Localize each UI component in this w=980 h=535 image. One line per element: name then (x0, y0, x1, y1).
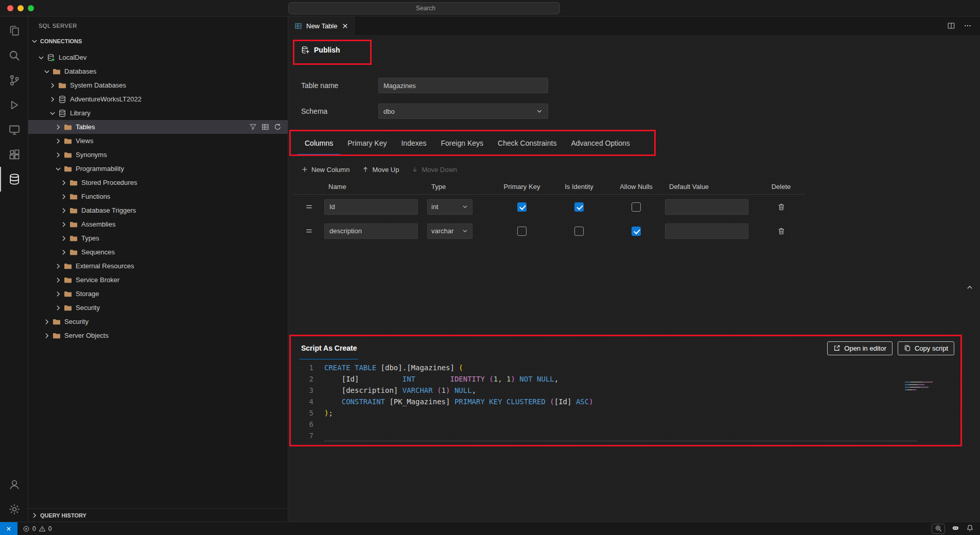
tree-item-programmability[interactable]: Programmability (28, 162, 288, 176)
close-tab-icon[interactable] (341, 22, 349, 30)
tree-item-service-broker[interactable]: Service Broker (28, 273, 288, 287)
designer-tab-indexes[interactable]: Indexes (394, 132, 433, 155)
tree-item-functions[interactable]: Functions (28, 189, 288, 203)
publish-button[interactable]: Publish (301, 42, 340, 58)
tree-item-security[interactable]: Security (28, 301, 288, 315)
tree-item-types[interactable]: Types (28, 231, 288, 245)
remote-indicator[interactable] (0, 522, 18, 535)
drag-handle-icon[interactable] (293, 203, 324, 211)
tree-item-database-triggers[interactable]: Database Triggers (28, 203, 288, 217)
move-up-button[interactable]: Move Up (362, 166, 399, 174)
folder-icon (69, 234, 78, 243)
arrow-up-icon (362, 166, 369, 173)
folder-icon (52, 332, 61, 340)
activity-item-run-debug[interactable] (0, 93, 28, 117)
copilot-statusbar-button[interactable] (952, 524, 959, 533)
copy-script-button[interactable]: Copy script (898, 341, 954, 355)
folder-icon (69, 193, 78, 201)
column-type-select[interactable]: int (427, 199, 472, 215)
folder-icon (64, 304, 73, 312)
chevron-down-icon (462, 203, 468, 210)
delete-column-button[interactable] (757, 227, 806, 235)
editor-more-actions-icon[interactable] (964, 22, 972, 30)
chevron-down-icon (48, 109, 57, 117)
code-line: 3 [description] VARCHAR (1) NULL, (291, 385, 961, 396)
problems-indicator[interactable]: 0 0 (18, 525, 57, 532)
tree-item-label: Storage (76, 290, 99, 298)
schema-select[interactable]: dbo (378, 103, 548, 119)
global-search-box[interactable]: Search (288, 2, 560, 14)
drag-handle-icon[interactable] (293, 227, 324, 235)
activity-item-sql-server[interactable] (0, 167, 28, 192)
script-as-create-tab[interactable]: Script As Create (300, 337, 358, 359)
activity-item-search[interactable] (0, 43, 28, 68)
open-in-editor-button[interactable]: Open in editor (827, 341, 892, 355)
copilot-icon (952, 524, 959, 532)
tree-item-security[interactable]: Security (28, 315, 288, 329)
explorer-icon (8, 25, 21, 37)
folder-icon (64, 151, 73, 159)
column-row-id: int (293, 195, 806, 219)
tree-item-localdev[interactable]: LocalDev (28, 50, 288, 64)
split-editor-icon[interactable] (947, 22, 955, 30)
bell-statusbar-button[interactable] (966, 524, 974, 533)
activity-item-account[interactable] (0, 472, 28, 497)
chevron-right-icon (30, 511, 39, 520)
connections-section-header[interactable]: CONNECTIONS (28, 35, 288, 47)
query-history-section-header[interactable]: QUERY HISTORY (28, 508, 288, 522)
designer-tab-check-constraints[interactable]: Check Constraints (491, 132, 564, 155)
tree-item-views[interactable]: Views (28, 134, 288, 148)
table-name-input[interactable] (378, 78, 548, 93)
script-code-editor[interactable]: 1 CREATE TABLE [dbo].[Magazines] ( 2 [Id… (291, 359, 961, 441)
tree-item-label: Databases (64, 67, 96, 75)
is-identity-checkbox[interactable] (574, 202, 584, 212)
close-window-button[interactable] (7, 5, 13, 11)
tree-item-tables[interactable]: Tables (28, 120, 288, 134)
move-down-button[interactable]: Move Down (411, 166, 457, 174)
designer-tab-foreign-keys[interactable]: Foreign Keys (434, 132, 491, 155)
tree-item-assemblies[interactable]: Assemblies (28, 217, 288, 231)
maximize-window-button[interactable] (28, 5, 34, 11)
column-name-input[interactable] (324, 199, 418, 215)
column-type-select[interactable]: varchar (427, 223, 472, 239)
statusbar-right (932, 524, 980, 534)
activity-item-remote-explorer[interactable] (0, 117, 28, 142)
zoom-indicator[interactable] (932, 524, 945, 534)
tree-item-system-databases[interactable]: System Databases (28, 78, 288, 92)
tree-item-databases[interactable]: Databases (28, 64, 288, 78)
tree-item-synonyms[interactable]: Synonyms (28, 148, 288, 162)
primary-key-checkbox[interactable] (517, 227, 527, 236)
activity-item-explorer[interactable] (0, 19, 28, 43)
primary-key-checkbox[interactable] (517, 202, 527, 212)
allow-nulls-checkbox[interactable] (632, 202, 641, 212)
minimize-window-button[interactable] (18, 5, 24, 11)
tree-item-storage[interactable]: Storage (28, 287, 288, 301)
activity-item-extensions[interactable] (0, 142, 28, 167)
chevron-right-icon (54, 262, 62, 270)
activity-bar (0, 16, 28, 522)
tree-item-label: Tables (76, 123, 95, 131)
is-identity-checkbox[interactable] (574, 227, 584, 236)
designer-tab-columns[interactable]: Columns (297, 132, 340, 155)
default-value-input[interactable] (665, 223, 748, 239)
connections-tree: LocalDev Databases System Databases Adve… (28, 47, 288, 508)
tree-item-stored-procedures[interactable]: Stored Procedures (28, 176, 288, 189)
tree-item-sequences[interactable]: Sequences (28, 245, 288, 259)
activity-item-settings-gear[interactable] (0, 497, 28, 522)
tree-item-external-resources[interactable]: External Resources (28, 259, 288, 273)
error-count: 0 (32, 525, 36, 532)
designer-tab-primary-key[interactable]: Primary Key (340, 132, 394, 155)
tree-item-library[interactable]: Library (28, 106, 288, 120)
scroll-up-chevron-icon[interactable] (966, 283, 974, 291)
delete-column-button[interactable] (757, 203, 806, 211)
new-column-button[interactable]: New Column (301, 166, 349, 174)
activity-item-source-control[interactable] (0, 68, 28, 93)
tree-item-server-objects[interactable]: Server Objects (28, 329, 288, 342)
default-value-input[interactable] (665, 199, 748, 215)
column-name-input[interactable] (324, 223, 418, 239)
tree-item-adventureworkslt2022[interactable]: AdventureWorksLT2022 (28, 92, 288, 106)
allow-nulls-checkbox[interactable] (632, 227, 641, 236)
refresh-icon (274, 123, 282, 131)
designer-tab-advanced-options[interactable]: Advanced Options (564, 132, 637, 155)
tab-new-table[interactable]: New Table (288, 16, 355, 35)
